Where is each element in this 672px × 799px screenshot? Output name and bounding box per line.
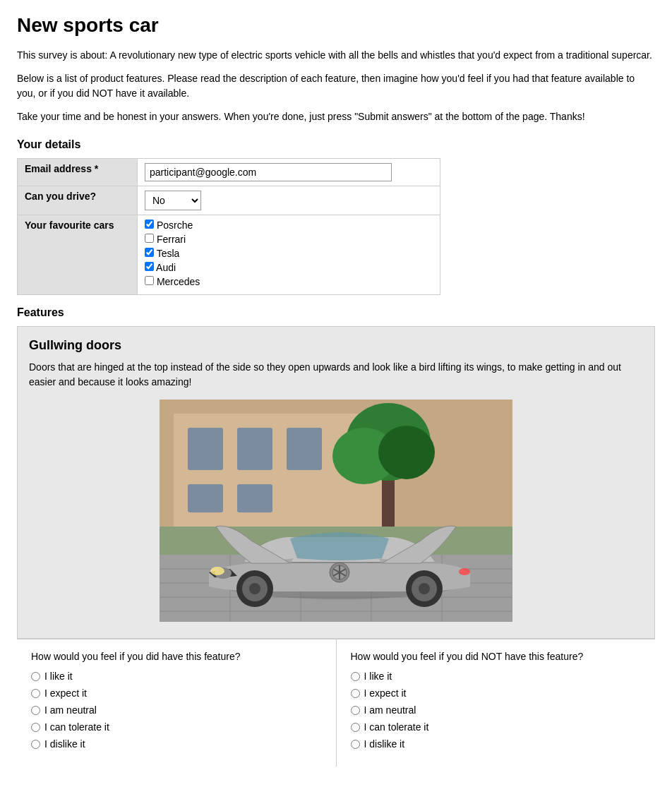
nothave-radio-like-input[interactable]: [351, 672, 360, 681]
page-title: New sports car: [17, 14, 655, 37]
nothave-radio-neutral-label: I am neutral: [364, 704, 416, 716]
have-radio-dislike-input[interactable]: [31, 740, 40, 749]
cars-row: Your favourite cars Posrche Ferrari Tesl…: [18, 215, 440, 295]
svg-rect-7: [237, 484, 272, 512]
have-radio-like-input[interactable]: [31, 672, 40, 681]
svg-point-34: [210, 567, 224, 575]
question-not-have-col: How would you feel if you did NOT have t…: [337, 639, 656, 767]
svg-point-11: [378, 426, 435, 479]
features-heading: Features: [17, 306, 655, 319]
feature-image-container: [29, 400, 643, 624]
details-table: Email address * Can you drive? No Yes Yo…: [17, 158, 440, 295]
svg-rect-4: [237, 428, 272, 470]
car-mercedes-checkbox[interactable]: [145, 276, 154, 285]
car-tesla-checkbox[interactable]: [145, 248, 154, 257]
nothave-radio-expect-input[interactable]: [351, 689, 360, 698]
car-ferrari-checkbox[interactable]: [145, 234, 154, 243]
nothave-radio-dislike: I dislike it: [351, 738, 642, 750]
feature-card: Gullwing doors Doors that are hinged at …: [17, 326, 655, 639]
nothave-radio-expect: I expect it: [351, 687, 642, 699]
nothave-radio-dislike-input[interactable]: [351, 740, 360, 749]
nothave-radio-like-label: I like it: [364, 671, 392, 682]
svg-point-35: [459, 568, 470, 575]
have-radio-neutral-input[interactable]: [31, 706, 40, 715]
question-have-label: How would you feel if you did have this …: [31, 651, 322, 662]
svg-point-33: [419, 583, 430, 594]
drive-select[interactable]: No Yes: [145, 191, 201, 210]
intro-text-1: This survey is about: A revolutionary ne…: [17, 48, 655, 63]
cars-cell: Posrche Ferrari Tesla Audi Mercedes: [138, 215, 440, 295]
have-radio-expect-input[interactable]: [31, 689, 40, 698]
nothave-radio-tolerate-input[interactable]: [351, 723, 360, 732]
feature-title: Gullwing doors: [29, 338, 643, 353]
car-posrche-checkbox[interactable]: [145, 220, 154, 229]
have-radio-like-label: I like it: [44, 671, 73, 682]
svg-rect-6: [188, 484, 223, 512]
drive-label: Can you drive?: [18, 186, 138, 215]
intro-text-2: Below is a list of product features. Ple…: [17, 71, 655, 101]
feature-image: [160, 400, 512, 622]
svg-point-30: [249, 583, 260, 594]
nothave-radio-tolerate: I can tolerate it: [351, 721, 642, 733]
svg-rect-3: [188, 428, 223, 470]
drive-cell: No Yes: [138, 186, 440, 215]
car-audi-label[interactable]: Audi: [145, 262, 433, 273]
nothave-radio-neutral-input[interactable]: [351, 706, 360, 715]
nothave-radio-tolerate-label: I can tolerate it: [364, 721, 429, 733]
nothave-radio-neutral: I am neutral: [351, 704, 642, 716]
question-not-have-label: How would you feel if you did NOT have t…: [351, 651, 642, 662]
have-radio-expect: I expect it: [31, 687, 322, 699]
svg-rect-5: [287, 428, 322, 470]
intro-text-3: Take your time and be honest in your ans…: [17, 109, 655, 124]
email-label: Email address *: [18, 159, 138, 186]
cars-label: Your favourite cars: [18, 215, 138, 295]
feature-description: Doors that are hinged at the top instead…: [29, 360, 643, 390]
car-tesla-label[interactable]: Tesla: [145, 248, 433, 259]
have-radio-tolerate: I can tolerate it: [31, 721, 322, 733]
drive-row: Can you drive? No Yes: [18, 186, 440, 215]
car-ferrari-label[interactable]: Ferrari: [145, 234, 433, 245]
email-cell: [138, 159, 440, 186]
have-radio-dislike: I dislike it: [31, 738, 322, 750]
car-posrche-label[interactable]: Posrche: [145, 220, 433, 231]
have-radio-like: I like it: [31, 671, 322, 682]
nothave-radio-like: I like it: [351, 671, 642, 682]
have-radio-neutral-label: I am neutral: [44, 704, 97, 716]
nothave-radio-dislike-label: I dislike it: [364, 738, 405, 750]
your-details-heading: Your details: [17, 138, 655, 151]
have-radio-neutral: I am neutral: [31, 704, 322, 716]
car-mercedes-label[interactable]: Mercedes: [145, 276, 433, 287]
email-row: Email address *: [18, 159, 440, 186]
have-radio-tolerate-input[interactable]: [31, 723, 40, 732]
have-radio-dislike-label: I dislike it: [44, 738, 85, 750]
email-input[interactable]: [145, 163, 392, 181]
have-radio-tolerate-label: I can tolerate it: [44, 721, 109, 733]
cars-checkbox-list: Posrche Ferrari Tesla Audi Mercedes: [145, 220, 433, 287]
questions-row: How would you feel if you did have this …: [17, 639, 655, 767]
have-radio-expect-label: I expect it: [44, 687, 87, 699]
car-audi-checkbox[interactable]: [145, 262, 154, 271]
question-have-col: How would you feel if you did have this …: [17, 639, 337, 767]
nothave-radio-expect-label: I expect it: [364, 687, 407, 699]
